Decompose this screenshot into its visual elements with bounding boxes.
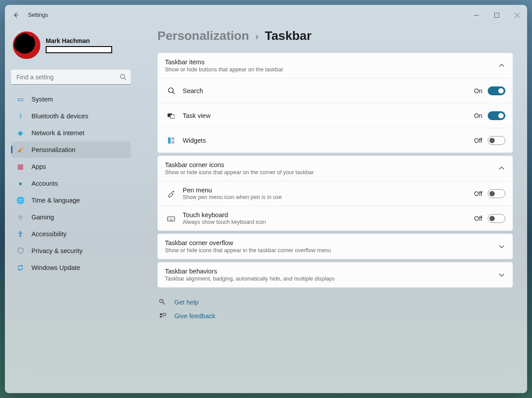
link-label: Give feedback: [174, 312, 215, 320]
svg-point-2: [20, 231, 21, 232]
section-title: Taskbar corner overflow: [165, 239, 490, 246]
nav-label: Accounts: [31, 180, 58, 187]
chevron-down-icon: [499, 244, 505, 250]
section-desc: Taskbar alignment, badging, automaticall…: [165, 276, 490, 282]
section-header-behaviors[interactable]: Taskbar behaviors Taskbar alignment, bad…: [158, 262, 512, 287]
svg-rect-5: [170, 115, 175, 118]
row-label: Pen menu: [183, 187, 282, 194]
section-header-overflow[interactable]: Taskbar corner overflow Show or hide ico…: [158, 234, 512, 259]
nav-list: ▭System ᚼBluetooth & devices ◆Network & …: [11, 91, 131, 276]
row-label: Widgets: [183, 137, 206, 144]
row-taskview: Task view On: [158, 103, 512, 128]
row-desc: Always show touch keyboard icon: [183, 219, 266, 225]
svg-rect-7: [172, 137, 174, 140]
arrow-left-icon: [13, 12, 19, 18]
shield-icon: [16, 247, 24, 254]
taskview-icon: [167, 113, 176, 119]
toggle-state: Off: [474, 190, 482, 197]
nav-accounts[interactable]: ●Accounts: [11, 175, 131, 191]
toggle-pen[interactable]: [488, 189, 505, 198]
section-overflow: Taskbar corner overflow Show or hide ico…: [157, 234, 513, 259]
close-button[interactable]: [507, 8, 527, 22]
sidebar: Mark Hachman ▭System ᚼBluetooth & device…: [5, 25, 138, 393]
help-icon: ?: [158, 298, 166, 306]
update-icon: [16, 264, 24, 271]
row-desc: Show pen menu icon when pen is in use: [183, 194, 282, 200]
nav-personalization[interactable]: 🖌Personalization: [11, 141, 131, 158]
avatar: [13, 31, 40, 59]
minimize-button[interactable]: [466, 8, 486, 22]
chevron-down-icon: [499, 272, 505, 278]
section-desc: Show or hide icons that appear on the co…: [165, 169, 490, 176]
globe-icon: 🌐: [16, 196, 24, 204]
nav-gaming[interactable]: ⎊Gaming: [11, 209, 131, 225]
maximize-icon: [494, 13, 499, 18]
get-help-link[interactable]: ? Get help: [158, 298, 513, 306]
nav-label: Windows Update: [31, 264, 80, 271]
nav-time[interactable]: 🌐Time & language: [11, 192, 131, 208]
feedback-icon: [158, 312, 166, 320]
svg-rect-8: [172, 141, 174, 144]
pen-icon: [167, 190, 176, 198]
content-area: Personalization › Taskbar Taskbar items …: [138, 25, 527, 393]
toggle-state: On: [474, 87, 482, 94]
svg-text:?: ?: [161, 300, 163, 302]
row-pen: Pen menu Show pen menu icon when pen is …: [158, 181, 512, 206]
svg-rect-6: [168, 137, 171, 144]
section-title: Taskbar corner icons: [165, 161, 490, 168]
settings-window: Settings Mark Hachman: [5, 5, 527, 393]
svg-point-1: [121, 74, 125, 78]
section-behaviors: Taskbar behaviors Taskbar alignment, bad…: [157, 262, 513, 288]
toggle-touchkb[interactable]: [488, 214, 505, 223]
nav-label: System: [31, 96, 53, 103]
profile-block[interactable]: Mark Hachman: [11, 31, 131, 59]
nav-update[interactable]: Windows Update: [11, 259, 131, 276]
search-input[interactable]: [11, 70, 131, 85]
nav-label: Apps: [31, 163, 46, 170]
nav-label: Gaming: [31, 214, 54, 221]
breadcrumb-parent[interactable]: Personalization: [157, 29, 249, 43]
row-label: Task view: [183, 112, 211, 119]
nav-system[interactable]: ▭System: [11, 91, 131, 107]
feedback-link[interactable]: Give feedback: [158, 312, 513, 320]
chevron-right-icon: ›: [255, 31, 258, 43]
nav-network[interactable]: ◆Network & internet: [11, 125, 131, 141]
row-label: Search: [183, 87, 203, 94]
display-icon: ▭: [16, 95, 24, 103]
search-icon: [167, 87, 176, 94]
row-search: Search On: [158, 78, 512, 103]
window-title: Settings: [28, 12, 48, 18]
section-title: Taskbar behaviors: [165, 268, 490, 275]
profile-name: Mark Hachman: [46, 37, 112, 44]
person-icon: ●: [16, 179, 24, 187]
page-title: Taskbar: [265, 29, 311, 43]
row-widgets: Widgets Off: [158, 128, 512, 152]
bluetooth-icon: ᚼ: [16, 112, 24, 120]
accessibility-icon: [16, 230, 24, 238]
nav-accessibility[interactable]: Accessibility: [11, 226, 131, 242]
nav-bluetooth[interactable]: ᚼBluetooth & devices: [11, 108, 131, 124]
gamepad-icon: ⎊: [16, 213, 24, 221]
toggle-taskview[interactable]: [488, 111, 505, 120]
wifi-icon: ◆: [16, 129, 24, 137]
nav-privacy[interactable]: Privacy & security: [11, 242, 131, 259]
section-corner-icons: Taskbar corner icons Show or hide icons …: [157, 156, 513, 231]
section-header-corner[interactable]: Taskbar corner icons Show or hide icons …: [158, 156, 512, 181]
close-icon: [515, 13, 520, 18]
maximize-button[interactable]: [486, 8, 507, 22]
nav-label: Personalization: [31, 146, 75, 153]
brush-icon: 🖌: [16, 146, 24, 153]
nav-label: Time & language: [31, 197, 80, 204]
svg-point-3: [168, 88, 173, 93]
back-button[interactable]: [9, 8, 23, 22]
section-header-items[interactable]: Taskbar items Show or hide buttons that …: [158, 53, 512, 78]
window-controls: [466, 8, 527, 22]
toggle-widgets[interactable]: [488, 136, 505, 145]
toggle-search[interactable]: [488, 86, 505, 95]
row-label: Touch keyboard: [183, 211, 266, 219]
nav-apps[interactable]: ▦Apps: [11, 158, 131, 175]
nav-label: Bluetooth & devices: [31, 113, 88, 120]
toggle-state: Off: [474, 215, 482, 222]
svg-rect-13: [163, 313, 166, 316]
section-desc: Show or hide icons that appear in the ta…: [165, 247, 490, 254]
